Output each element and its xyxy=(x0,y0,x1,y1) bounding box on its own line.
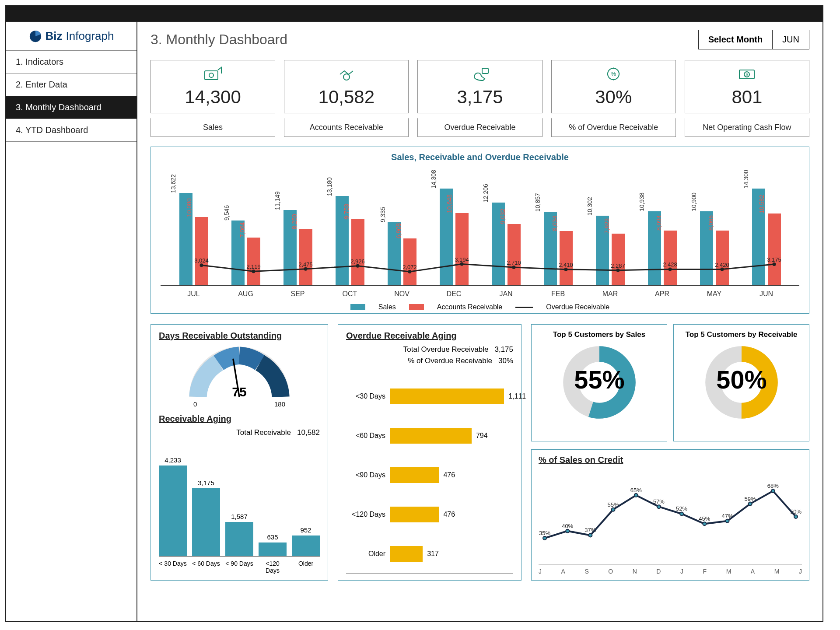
svg-point-31 xyxy=(588,533,592,537)
bar-receivable: 10,582 xyxy=(768,214,781,285)
category-label: O xyxy=(608,568,613,575)
aging-bar xyxy=(225,522,253,556)
credit-pct-panel: % of Sales on Credit 35%40%37%55%65%57%5… xyxy=(531,449,809,581)
svg-point-32 xyxy=(612,508,615,511)
kpi-card-4: $801 xyxy=(685,60,809,113)
category-label: OCT xyxy=(330,290,370,298)
sidebar-item-2[interactable]: 3. Monthly Dashboard xyxy=(6,96,136,119)
hbar-value: 1,111 xyxy=(508,392,526,400)
category-label: JUL xyxy=(174,290,214,298)
bar-receivable: 8,066 xyxy=(716,231,729,285)
section-title: Receivable Aging xyxy=(159,414,320,424)
category-label: D xyxy=(656,568,661,575)
gauge-value: 75 xyxy=(232,385,246,399)
hbar-value: 476 xyxy=(443,511,455,518)
category-label: A xyxy=(751,568,755,575)
kpi-value: 801 xyxy=(732,87,762,108)
kpi-icon: $ xyxy=(736,66,758,84)
hbar-label: Older xyxy=(346,550,385,558)
hbar: 476 xyxy=(390,467,439,483)
hbar-label: <60 Days xyxy=(346,432,385,440)
gauge-min: 0 xyxy=(193,400,197,408)
sidebar: Biz Infograph 1. Indicators2. Enter Data… xyxy=(6,22,137,621)
category-label: JUN xyxy=(746,290,786,298)
kv-value: 3,175 xyxy=(494,345,513,354)
page-title: 3. Monthly Dashboard xyxy=(150,32,287,48)
donut-title: Top 5 Customers by Receivable xyxy=(686,330,798,340)
category-label: S xyxy=(584,568,588,575)
brand-name-b: Infograph xyxy=(66,29,114,43)
bar-receivable: 6,908 xyxy=(403,238,416,285)
section-title: Days Receivable Outstanding xyxy=(159,331,320,341)
svg-point-38 xyxy=(749,502,752,506)
svg-point-2 xyxy=(209,73,214,77)
kpi-label: Net Operating Cash Flow xyxy=(685,118,809,137)
month-selector[interactable]: Select Month JUN xyxy=(698,30,809,49)
kpi-value: 14,300 xyxy=(185,87,241,108)
month-selector-value[interactable]: JUN xyxy=(773,30,809,49)
section-title: Overdue Receivable Aging xyxy=(346,331,513,341)
bar-receivable: 8,034 xyxy=(560,231,573,285)
overdue-point-label: 2,287 xyxy=(611,262,625,269)
donut-sales: 55% xyxy=(560,343,639,422)
sidebar-item-3[interactable]: 4. YTD Dashboard xyxy=(6,119,136,142)
overdue-point-label: 2,428 xyxy=(663,261,677,268)
category-label: NOV xyxy=(382,290,422,298)
chart-title: Sales, Receivable and Overdue Receivable xyxy=(161,152,799,162)
category-label: < 30 Days xyxy=(159,560,187,574)
kpi-icon xyxy=(469,66,491,84)
category-label: M xyxy=(726,568,732,575)
kpi-card-1: 10,582 xyxy=(284,60,409,113)
kpi-label: Accounts Receivable xyxy=(284,118,409,137)
bar-receivable: 9,753 xyxy=(351,219,364,285)
overdue-point-label: 3,024 xyxy=(194,257,209,264)
kpi-label: Overdue Receivable xyxy=(417,118,542,137)
svg-point-39 xyxy=(771,489,775,493)
legend-label: Overdue Receivable xyxy=(546,303,609,311)
main-content: 3. Monthly Dashboard Select Month JUN 14… xyxy=(137,22,822,621)
kpi-card-0: 14,300 xyxy=(150,60,275,113)
svg-rect-4 xyxy=(482,68,488,74)
svg-point-36 xyxy=(703,522,706,525)
category-label: DEC xyxy=(434,290,474,298)
kv-label: % of Overdue Receivable xyxy=(408,357,492,365)
sidebar-item-1[interactable]: 2. Enter Data xyxy=(6,74,136,96)
aging-bar xyxy=(259,542,287,556)
overdue-point-label: 2,072 xyxy=(402,264,417,270)
hbar-label: <30 Days xyxy=(346,392,385,400)
donut-title: Top 5 Customers by Sales xyxy=(553,330,645,340)
kpi-label: Sales xyxy=(150,118,275,137)
sidebar-item-0[interactable]: 1. Indicators xyxy=(6,51,136,74)
overdue-point-label: 2,710 xyxy=(507,259,521,266)
overdue-point-label: 2,410 xyxy=(559,262,573,268)
kpi-value: 30% xyxy=(595,87,632,108)
kpi-card-3: %30% xyxy=(551,60,676,113)
top5-sales-card: Top 5 Customers by Sales 55% xyxy=(531,324,667,441)
overdue-aging-panel: Overdue Receivable Aging Total Overdue R… xyxy=(338,324,522,581)
bar-receivable: 7,064 xyxy=(247,238,260,285)
category-label: J xyxy=(539,568,542,575)
aging-bar xyxy=(292,536,320,556)
category-label: J xyxy=(799,568,802,575)
total-receivable-label: Total Receivable xyxy=(236,428,291,437)
brand-logo: Biz Infograph xyxy=(6,22,136,51)
kpi-card-2: 3,175 xyxy=(417,60,542,113)
kpi-label: % of Overdue Receivable xyxy=(551,118,676,137)
kv-label: Total Overdue Receivable xyxy=(403,345,489,354)
category-label: JAN xyxy=(486,290,526,298)
category-label: J xyxy=(680,568,683,575)
svg-rect-1 xyxy=(205,71,218,80)
bar-receivable: 7,623 xyxy=(612,234,625,285)
aging-bar xyxy=(192,488,220,556)
hbar: 317 xyxy=(390,546,423,562)
overdue-point-label: 3,175 xyxy=(767,256,781,263)
svg-text:50%: 50% xyxy=(716,366,766,394)
chart-legend: Sales Accounts Receivable Overdue Receiv… xyxy=(161,303,799,311)
hbar-label: <120 Days xyxy=(346,511,385,518)
category-label: < 90 Days xyxy=(225,560,253,574)
hbar-label: <90 Days xyxy=(346,471,385,479)
svg-point-34 xyxy=(657,505,661,508)
kv-value: 30% xyxy=(498,357,513,365)
bar-value: 4,233 xyxy=(164,456,181,464)
svg-point-30 xyxy=(566,529,569,533)
